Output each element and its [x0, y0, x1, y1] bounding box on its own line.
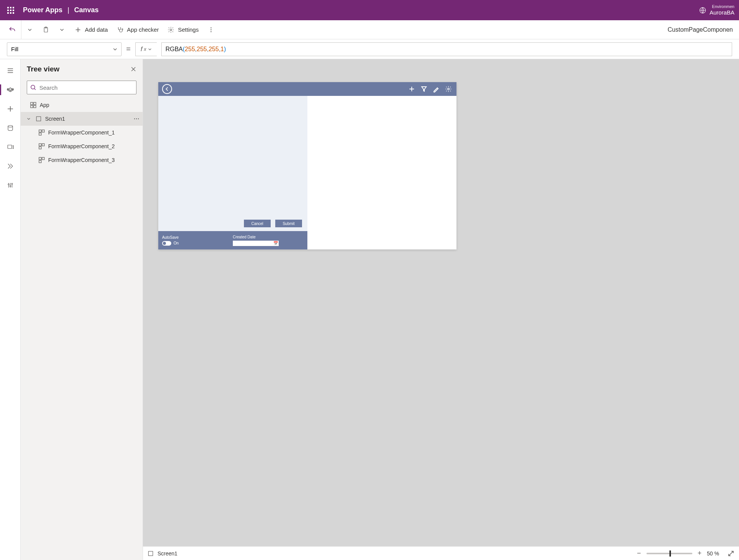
- close-panel-button[interactable]: [130, 66, 136, 72]
- screen-icon: [148, 550, 154, 557]
- add-data-label: Add data: [85, 26, 108, 33]
- tree-search[interactable]: [27, 81, 136, 94]
- rail-advanced-tools[interactable]: [2, 177, 19, 194]
- tree-view-panel: Tree view App Screen1: [21, 59, 143, 560]
- svg-point-13: [170, 29, 172, 31]
- svg-rect-6: [7, 12, 9, 14]
- svg-rect-4: [10, 10, 11, 11]
- svg-point-30: [138, 118, 139, 119]
- svg-point-20: [10, 186, 11, 187]
- svg-point-14: [210, 27, 211, 28]
- rail-insert[interactable]: [2, 100, 19, 117]
- zoom-slider[interactable]: [646, 553, 692, 554]
- settings-gear-icon[interactable]: [444, 85, 453, 93]
- svg-point-19: [8, 184, 9, 185]
- tree-node-label: Screen1: [45, 116, 65, 122]
- component-icon: [38, 129, 45, 136]
- rail-hamburger[interactable]: [2, 62, 19, 79]
- svg-rect-7: [10, 12, 11, 14]
- svg-point-15: [210, 29, 211, 30]
- svg-point-21: [11, 183, 13, 185]
- status-screen-name: Screen1: [158, 550, 177, 557]
- property-name: Fill: [11, 46, 18, 52]
- settings-label: Settings: [178, 26, 198, 33]
- submit-button[interactable]: Submit: [275, 220, 302, 227]
- svg-point-12: [122, 29, 123, 30]
- zoom-value: 50: [707, 550, 713, 557]
- zoom-control: − + 50 %: [635, 549, 734, 557]
- svg-rect-24: [34, 102, 36, 105]
- paste-button[interactable]: [38, 24, 54, 36]
- add-data-button[interactable]: Add data: [70, 24, 112, 36]
- tree-node-component[interactable]: FormWrapperComponent_3: [21, 153, 143, 167]
- tree-node-component[interactable]: FormWrapperComponent_1: [21, 126, 143, 139]
- tree-node-more[interactable]: [133, 116, 140, 122]
- canvas-screen[interactable]: Cancel Submit AutoSave On Created Date: [158, 82, 456, 249]
- plus-icon: [74, 26, 82, 34]
- more-commands-button[interactable]: [203, 24, 219, 36]
- rail-tree-view[interactable]: [2, 81, 19, 98]
- undo-dropdown[interactable]: [22, 28, 37, 32]
- component-icon: [38, 157, 45, 163]
- stethoscope-icon: [116, 26, 124, 34]
- formula-fn: RGBA: [166, 46, 183, 53]
- svg-rect-34: [39, 144, 41, 146]
- svg-rect-18: [8, 145, 12, 149]
- tree-search-input[interactable]: [39, 84, 133, 91]
- settings-button[interactable]: Settings: [163, 24, 202, 36]
- svg-rect-2: [13, 7, 14, 8]
- screen-body: Cancel Submit: [158, 96, 307, 231]
- tree-node-app[interactable]: App: [21, 98, 143, 112]
- svg-rect-38: [42, 157, 44, 160]
- clipboard-icon: [42, 26, 50, 34]
- fit-to-window-button[interactable]: [728, 550, 734, 557]
- fx-button[interactable]: fx: [135, 42, 157, 56]
- svg-point-29: [136, 118, 137, 119]
- formula-input[interactable]: RGBA(255, 255, 255, 1): [161, 42, 732, 56]
- created-date-input[interactable]: 📅: [233, 241, 279, 246]
- cancel-button[interactable]: Cancel: [244, 220, 271, 227]
- zoom-in-button[interactable]: +: [696, 549, 703, 557]
- autosave-toggle[interactable]: [162, 241, 171, 246]
- form-area[interactable]: [158, 96, 307, 216]
- chevron-down-icon: [113, 47, 117, 52]
- environment-picker[interactable]: Environmen AuroraBA: [699, 4, 734, 16]
- svg-rect-36: [39, 147, 41, 149]
- left-rail: [0, 59, 21, 560]
- filter-icon[interactable]: [420, 85, 428, 93]
- zoom-unit: %: [715, 550, 719, 557]
- equals-sign: =: [126, 45, 131, 53]
- back-button[interactable]: [162, 84, 172, 94]
- waffle-icon[interactable]: [5, 4, 17, 16]
- svg-point-28: [134, 118, 135, 119]
- env-label: Environmen: [710, 4, 734, 9]
- rail-data[interactable]: [2, 120, 19, 136]
- tree-node-label: FormWrapperComponent_2: [48, 143, 115, 149]
- canvas-stage[interactable]: Cancel Submit AutoSave On Created Date: [143, 59, 739, 546]
- screen-icon: [35, 115, 42, 122]
- tree-toggle[interactable]: [27, 117, 32, 121]
- svg-rect-31: [39, 130, 41, 132]
- app-file-name: CustomPageComponen: [668, 26, 736, 33]
- tree-node-screen1[interactable]: Screen1: [21, 112, 143, 126]
- rail-media[interactable]: [2, 139, 19, 155]
- add-icon[interactable]: [408, 85, 416, 93]
- env-name: AuroraBA: [710, 9, 734, 16]
- app-checker-label: App checker: [127, 26, 159, 33]
- undo-button[interactable]: [3, 20, 21, 39]
- chevron-down-icon: [148, 47, 152, 51]
- paste-dropdown[interactable]: [54, 28, 70, 32]
- zoom-out-button[interactable]: −: [635, 549, 643, 557]
- svg-rect-27: [36, 117, 41, 121]
- brand-section: Canvas: [74, 6, 99, 14]
- brand-app: Power Apps: [23, 6, 62, 14]
- svg-rect-5: [13, 10, 14, 11]
- svg-rect-37: [39, 157, 41, 160]
- rail-power-automate[interactable]: [2, 158, 19, 175]
- svg-rect-0: [7, 7, 9, 8]
- property-selector[interactable]: Fill: [7, 42, 122, 56]
- edit-icon[interactable]: [432, 85, 440, 93]
- screen-appbar: [158, 82, 456, 96]
- app-checker-button[interactable]: App checker: [112, 24, 162, 36]
- tree-node-component[interactable]: FormWrapperComponent_2: [21, 139, 143, 153]
